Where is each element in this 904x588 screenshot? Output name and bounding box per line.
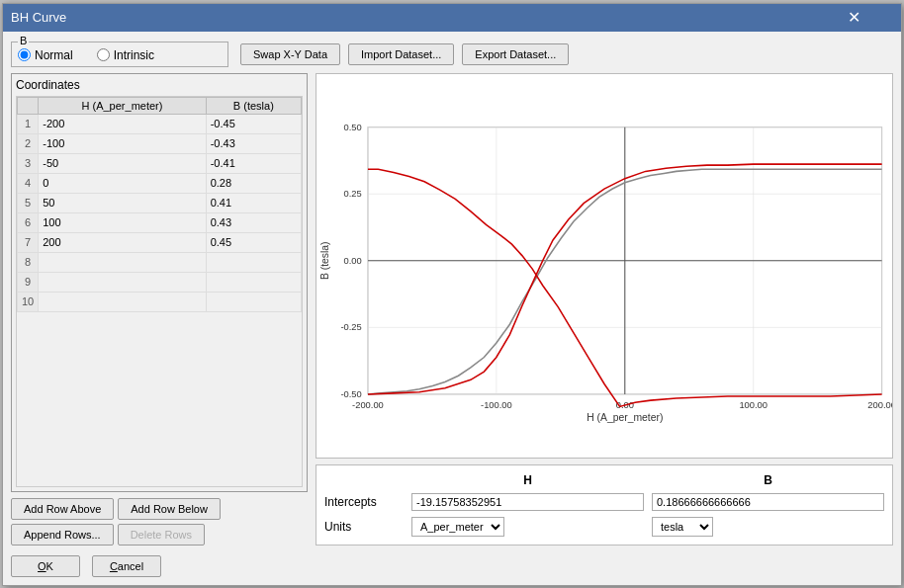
toolbar: Swap X-Y Data Import Dataset... Export D…: [240, 43, 569, 65]
ok-label: OK: [38, 560, 53, 572]
add-row-below-button[interactable]: Add Row Below: [118, 498, 221, 520]
table-row: 6 100 0.43: [18, 212, 302, 232]
table-row: 7 200 0.45: [18, 232, 302, 252]
h-unit-wrapper: A_per_meter Oersted: [411, 517, 644, 537]
normal-label: Normal: [35, 48, 73, 62]
table-row: 1 -200 -0.45: [18, 114, 302, 133]
import-button[interactable]: Import Dataset...: [348, 43, 454, 65]
data-table-wrapper[interactable]: H (A_per_meter) B (tesla) 1 -200 -0.45 2…: [16, 96, 303, 487]
svg-text:0.50: 0.50: [344, 122, 362, 131]
h-cell[interactable]: 100: [39, 212, 206, 232]
bh-curve-window: BH Curve ✕ B Normal Intrinsic: [2, 3, 902, 586]
b-fieldset: B Normal Intrinsic: [11, 42, 228, 67]
svg-text:-100.00: -100.00: [481, 400, 512, 410]
h-cell[interactable]: [39, 252, 206, 272]
h-cell[interactable]: 50: [39, 193, 206, 212]
svg-text:-0.25: -0.25: [340, 322, 361, 332]
bh-chart: -200.00 -100.00 0.00 100.00 200.00 0.50 …: [316, 74, 892, 458]
col-b-header: B (tesla): [206, 97, 301, 114]
row-num: 9: [18, 272, 39, 292]
h-intercept-input[interactable]: [411, 493, 644, 511]
col-rownum: [18, 97, 39, 114]
h-cell[interactable]: -50: [39, 153, 206, 173]
b-cell[interactable]: [206, 252, 301, 272]
h-unit-select[interactable]: A_per_meter Oersted: [411, 517, 504, 537]
row-num: 5: [18, 193, 39, 212]
row-num: 8: [18, 252, 39, 272]
add-row-above-button[interactable]: Add Row Above: [11, 498, 114, 520]
cancel-button[interactable]: Cancel: [92, 555, 161, 577]
table-row: 4 0 0.28: [18, 173, 302, 193]
b-intercept-input[interactable]: [652, 493, 884, 511]
normal-radio-label[interactable]: Normal: [18, 48, 73, 62]
b-cell[interactable]: -0.41: [206, 153, 301, 173]
b-cell[interactable]: 0.45: [206, 232, 301, 252]
table-row: 10: [18, 292, 302, 311]
table-row: 3 -50 -0.41: [18, 153, 302, 173]
svg-text:100.00: 100.00: [739, 400, 768, 410]
row-num: 4: [18, 173, 39, 193]
row-num: 10: [18, 292, 39, 311]
row-num: 7: [18, 232, 39, 252]
export-button[interactable]: Export Dataset...: [462, 43, 569, 65]
normal-radio[interactable]: [18, 48, 31, 61]
h-cell[interactable]: [39, 292, 206, 311]
h-cell[interactable]: [39, 272, 206, 292]
b-cell[interactable]: [206, 292, 301, 311]
svg-text:0.00: 0.00: [344, 255, 362, 265]
svg-text:0.25: 0.25: [344, 189, 362, 199]
b-cell[interactable]: 0.28: [206, 173, 301, 193]
coordinates-title: Coordinates: [16, 78, 303, 92]
b-cell[interactable]: 0.41: [206, 193, 301, 212]
h-cell[interactable]: -200: [39, 114, 206, 133]
table-row: 5 50 0.41: [18, 193, 302, 212]
row-num: 1: [18, 114, 39, 133]
coordinates-group: Coordinates H (A_per_meter) B (tesla): [11, 73, 308, 492]
svg-text:B (tesla): B (tesla): [319, 241, 330, 280]
b-cell[interactable]: -0.43: [206, 133, 301, 153]
svg-text:H (A_per_meter): H (A_per_meter): [587, 411, 663, 422]
h-cell[interactable]: -100: [39, 133, 206, 153]
h-cell[interactable]: 200: [39, 232, 206, 252]
h-header: H: [411, 473, 644, 487]
swap-xy-button[interactable]: Swap X-Y Data: [240, 43, 340, 65]
close-button[interactable]: ✕: [814, 8, 893, 28]
row-num: 6: [18, 212, 39, 232]
col-h-header: H (A_per_meter): [39, 97, 206, 114]
intercepts-panel: H B Intercepts Units A_per_meter Oersted: [316, 464, 893, 546]
b-cell[interactable]: [206, 272, 301, 292]
b-legend: B: [18, 35, 29, 46]
b-unit-select[interactable]: tesla Gauss: [652, 517, 713, 537]
chart-area: -200.00 -100.00 0.00 100.00 200.00 0.50 …: [316, 73, 893, 459]
row-num: 3: [18, 153, 39, 173]
b-header: B: [652, 473, 884, 487]
window-title: BH Curve: [11, 10, 66, 25]
ok-button[interactable]: OK: [11, 555, 80, 577]
intrinsic-radio-label[interactable]: Intrinsic: [97, 48, 154, 62]
table-row: 9: [18, 272, 302, 292]
b-cell[interactable]: -0.45: [206, 114, 301, 133]
svg-text:-0.50: -0.50: [340, 389, 361, 399]
row-num: 2: [18, 133, 39, 153]
data-table: H (A_per_meter) B (tesla) 1 -200 -0.45 2…: [17, 97, 302, 312]
append-rows-button[interactable]: Append Rows...: [11, 524, 114, 546]
dialog-buttons: OK Cancel: [11, 551, 893, 577]
delete-rows-button[interactable]: Delete Rows: [118, 524, 205, 546]
h-cell[interactable]: 0: [39, 173, 206, 193]
title-bar: BH Curve ✕: [3, 4, 901, 32]
intrinsic-label: Intrinsic: [114, 48, 154, 62]
row-buttons: Add Row Above Add Row Below Append Rows.…: [11, 498, 308, 546]
intercepts-label: Intercepts: [324, 495, 404, 509]
svg-text:200.00: 200.00: [867, 400, 892, 410]
b-cell[interactable]: 0.43: [206, 212, 301, 232]
svg-text:-200.00: -200.00: [352, 400, 384, 410]
table-row: 2 -100 -0.43: [18, 133, 302, 153]
units-label: Units: [324, 520, 404, 534]
cancel-label: Cancel: [110, 560, 143, 572]
table-row: 8: [18, 252, 302, 272]
intrinsic-radio[interactable]: [97, 48, 110, 61]
b-unit-wrapper: tesla Gauss: [652, 517, 884, 537]
